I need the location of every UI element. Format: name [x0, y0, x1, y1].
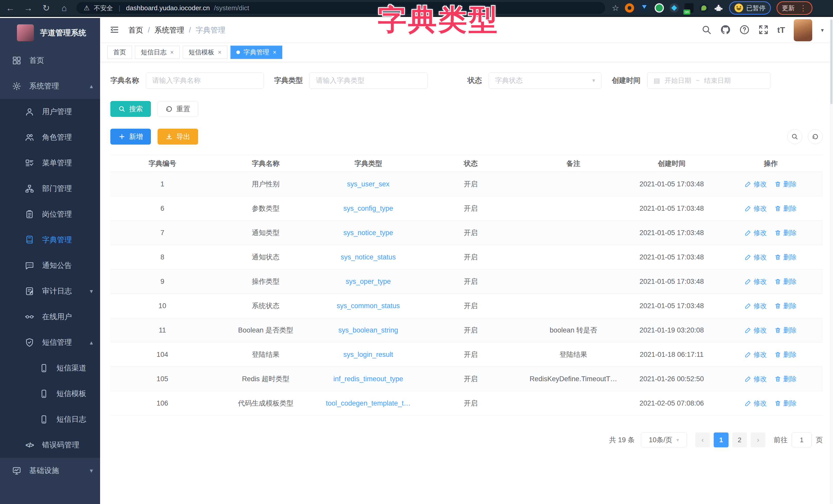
export-button[interactable]: 导出 [158, 129, 198, 145]
next-page-button[interactable]: › [751, 432, 765, 447]
breadcrumb-system[interactable]: 系统管理 [154, 25, 184, 35]
extension-gem-icon[interactable] [669, 3, 679, 12]
fullscreen-icon[interactable] [758, 25, 768, 36]
cell-type-link[interactable]: sys_boolean_string [317, 326, 420, 334]
cell-type-link[interactable]: sys_user_sex [317, 180, 420, 188]
edit-link[interactable]: 修改 [745, 375, 767, 383]
edit-link[interactable]: 修改 [745, 253, 767, 262]
cell-type-link[interactable]: tool_codegen_template_t… [317, 399, 420, 407]
browser-back-icon[interactable]: ← [5, 3, 16, 13]
cell-type-link[interactable]: sys_notice_status [317, 253, 420, 261]
edit-link[interactable]: 修改 [745, 204, 767, 213]
user-avatar[interactable] [794, 19, 812, 41]
sidebar-collapse-icon[interactable] [109, 25, 120, 36]
cell-type-link[interactable]: sys_login_result [317, 351, 420, 359]
sidebar-item-sms-template[interactable]: 短信模板 [0, 381, 100, 407]
dict-name-input[interactable] [146, 72, 264, 89]
cell-type-link[interactable]: sys_common_status [317, 302, 420, 310]
delete-link[interactable]: 删除 [775, 180, 796, 189]
goto-page-input[interactable] [792, 432, 812, 447]
close-icon[interactable]: × [273, 49, 277, 56]
sidebar-item-sms-channel[interactable]: 短信渠道 [0, 355, 100, 381]
extension-lamp-icon[interactable] [640, 3, 649, 12]
sidebar-item-departments[interactable]: 部门管理 [0, 176, 100, 201]
edit-link[interactable]: 修改 [745, 301, 767, 310]
add-button[interactable]: 新增 [110, 129, 151, 145]
sidebar-item-sms[interactable]: 短信管理 ▴ [0, 330, 100, 355]
bookmark-star-icon[interactable]: ☆ [612, 3, 619, 13]
delete-link[interactable]: 删除 [775, 277, 796, 286]
sidebar-item-error-code[interactable]: </> 错误码管理 [0, 432, 100, 458]
browser-update-button[interactable]: 更新 ⋮ [777, 1, 812, 15]
security-label[interactable]: 不安全 [94, 4, 113, 12]
sidebar-item-audit-log[interactable]: 审计日志 ▾ [0, 278, 100, 304]
cell-type-link[interactable]: inf_redis_timeout_type [317, 375, 420, 383]
edit-link[interactable]: 修改 [745, 228, 767, 237]
avatar-caret-icon[interactable]: ▾ [821, 27, 824, 33]
url-domain[interactable]: dashboard.yudao.iocoder.cn [126, 4, 210, 12]
reset-button[interactable]: 重置 [158, 101, 198, 117]
breadcrumb-home[interactable]: 首页 [128, 25, 143, 35]
date-range-picker[interactable]: ▤ 开始日期 ~ 结束日期 [647, 72, 770, 89]
app-logo[interactable]: 芋道管理系统 [0, 18, 100, 48]
sidebar-item-users[interactable]: 用户管理 [0, 99, 100, 125]
dict-type-input[interactable] [309, 72, 428, 89]
extension-orange-icon[interactable] [625, 3, 634, 12]
cell-type-link[interactable]: sys_config_type [317, 205, 420, 212]
sidebar-item-system[interactable]: 系统管理 ▴ [0, 73, 100, 99]
cell-type-link[interactable]: sys_oper_type [317, 278, 420, 285]
close-icon[interactable]: × [218, 49, 221, 56]
sidebar-item-menus[interactable]: 菜单管理 [0, 150, 100, 176]
tab-sms-template[interactable]: 短信模板 × [183, 46, 228, 59]
search-button[interactable]: 搜索 [110, 101, 151, 117]
toggle-search-button[interactable] [787, 129, 802, 144]
delete-link[interactable]: 删除 [775, 253, 796, 262]
close-icon[interactable]: × [170, 49, 174, 56]
page-button-1[interactable]: 1 [714, 432, 729, 447]
delete-link[interactable]: 删除 [775, 350, 796, 359]
sidebar-item-dict[interactable]: 字典管理 [0, 227, 100, 253]
scrollbar-thumb[interactable] [830, 20, 832, 104]
page-button-2[interactable]: 2 [732, 432, 747, 447]
delete-link[interactable]: 删除 [775, 301, 796, 310]
sidebar-item-home[interactable]: 首页 [0, 48, 100, 73]
page-size-select[interactable]: 10条/页 ▾ [641, 432, 687, 447]
address-bar[interactable]: ⚠ 不安全 | dashboard.yudao.iocoder.cn/syste… [76, 2, 605, 14]
edit-link[interactable]: 修改 [745, 399, 767, 408]
tab-dict-active[interactable]: 字典管理 × [231, 46, 282, 59]
browser-menu-icon[interactable]: ⋮ [800, 4, 807, 12]
delete-link[interactable]: 删除 [775, 204, 796, 213]
sidebar-item-roles[interactable]: 角色管理 [0, 125, 100, 150]
search-icon[interactable] [701, 25, 712, 36]
page-scrollbar[interactable] [830, 18, 833, 504]
tab-sms-log[interactable]: 短信日志 × [135, 46, 180, 59]
prev-page-button[interactable]: ‹ [695, 432, 710, 447]
browser-refresh-icon[interactable]: ↻ [41, 3, 52, 13]
extension-green-icon[interactable] [654, 3, 664, 12]
delete-link[interactable]: 删除 [775, 399, 796, 408]
profile-paused-pill[interactable]: 已暂停 [729, 1, 771, 15]
github-icon[interactable] [720, 25, 731, 36]
tab-home[interactable]: 首页 [107, 46, 132, 59]
refresh-table-button[interactable] [808, 129, 823, 144]
delete-link[interactable]: 删除 [775, 228, 796, 237]
delete-link[interactable]: 删除 [775, 326, 796, 335]
sidebar-item-infrastructure[interactable]: 基础设施 ▾ [0, 458, 100, 483]
edit-link[interactable]: 修改 [745, 277, 767, 286]
extensions-puzzle-icon[interactable] [714, 3, 723, 12]
font-size-icon[interactable]: tT [777, 25, 785, 35]
status-select[interactable]: 字典状态 ▾ [489, 72, 601, 89]
edit-link[interactable]: 修改 [745, 350, 767, 359]
browser-forward-icon[interactable]: → [23, 3, 34, 13]
extension-switch-icon[interactable]: on [684, 3, 694, 12]
sidebar-item-sms-log[interactable]: 短信日志 [0, 407, 100, 432]
sidebar-item-online-users[interactable]: 在线用户 [0, 304, 100, 330]
edit-link[interactable]: 修改 [745, 326, 767, 335]
help-icon[interactable] [739, 25, 749, 36]
browser-home-icon[interactable]: ⌂ [58, 3, 70, 13]
delete-link[interactable]: 删除 [775, 375, 796, 383]
extension-leaf-icon[interactable] [699, 3, 709, 12]
sidebar-item-posts[interactable]: 岗位管理 [0, 201, 100, 227]
cell-type-link[interactable]: sys_notice_type [317, 229, 420, 237]
edit-link[interactable]: 修改 [745, 180, 767, 189]
